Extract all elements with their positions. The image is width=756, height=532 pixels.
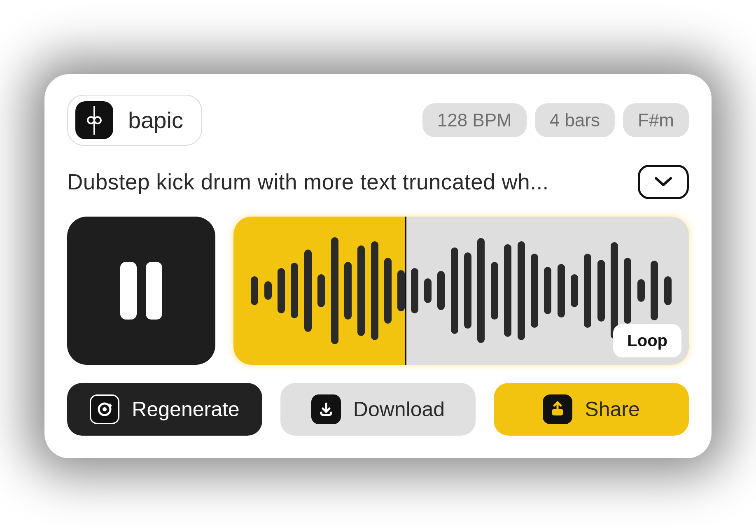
meta-chips: 128 BPM 4 bars F#m bbox=[422, 103, 689, 137]
svg-point-1 bbox=[88, 117, 94, 124]
brand-pill[interactable]: bapic bbox=[67, 95, 202, 146]
description-text: Dubstep kick drum with more text truncat… bbox=[67, 169, 625, 194]
pause-icon bbox=[120, 262, 162, 320]
action-row: Regenerate Download Share bbox=[67, 383, 689, 436]
brand-name: bapic bbox=[128, 107, 183, 133]
expand-button[interactable] bbox=[638, 165, 689, 199]
share-label: Share bbox=[585, 397, 639, 421]
key-chip[interactable]: F#m bbox=[623, 103, 689, 137]
share-icon bbox=[543, 394, 572, 424]
regenerate-icon bbox=[90, 394, 119, 424]
regenerate-button[interactable]: Regenerate bbox=[67, 383, 262, 436]
svg-point-4 bbox=[103, 407, 107, 411]
description-row: Dubstep kick drum with more text truncat… bbox=[67, 165, 689, 199]
loop-button[interactable]: Loop bbox=[613, 324, 681, 357]
download-button[interactable]: Download bbox=[280, 383, 476, 436]
brand-logo-icon bbox=[75, 101, 113, 139]
bpm-chip[interactable]: 128 BPM bbox=[422, 103, 527, 137]
audio-card: bapic 128 BPM 4 bars F#m Dubstep kick dr… bbox=[44, 74, 712, 458]
download-label: Download bbox=[353, 397, 445, 421]
bars-chip[interactable]: 4 bars bbox=[535, 103, 615, 137]
chevron-down-icon bbox=[654, 177, 672, 187]
regenerate-label: Regenerate bbox=[132, 397, 239, 421]
pause-button[interactable] bbox=[67, 217, 215, 365]
share-button[interactable]: Share bbox=[494, 383, 689, 436]
player-row: Loop bbox=[67, 217, 689, 365]
download-icon bbox=[311, 394, 341, 424]
header-row: bapic 128 BPM 4 bars F#m bbox=[67, 95, 689, 146]
svg-point-2 bbox=[94, 117, 101, 124]
svg-rect-8 bbox=[552, 409, 563, 415]
waveform[interactable]: Loop bbox=[233, 217, 689, 365]
